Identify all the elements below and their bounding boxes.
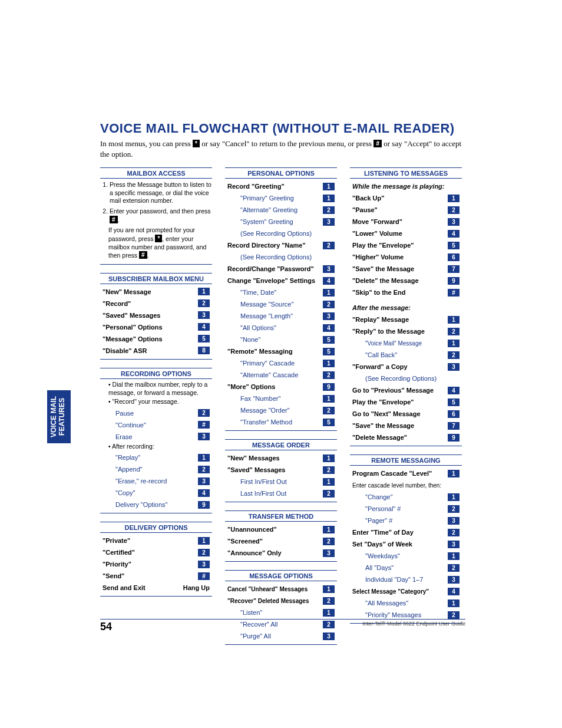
key-chip: 1 bbox=[448, 552, 459, 560]
after-lbl: After the message: bbox=[352, 304, 459, 311]
menu-row: "Message" Options5 bbox=[100, 333, 212, 345]
key-chip: 1 bbox=[448, 599, 459, 607]
menu-row: Go to "Next" Message6 bbox=[350, 408, 462, 420]
key-chip: 3 bbox=[448, 517, 459, 525]
menu-row: "Announce" Only3 bbox=[225, 547, 337, 559]
opt-label: Fax "Number" bbox=[240, 395, 323, 402]
key-chip: 2 bbox=[198, 549, 210, 556]
opt-label: "Purge" All bbox=[240, 633, 323, 640]
opt-label: "Save" the Message bbox=[352, 422, 448, 429]
menu-row: "Remote" Messaging5 bbox=[225, 345, 337, 357]
menu-row: "Save" the Message7 bbox=[350, 263, 462, 275]
key-chip: 1 bbox=[448, 470, 459, 477]
pound-key-icon: # bbox=[139, 251, 147, 259]
key-chip: 3 bbox=[323, 633, 335, 640]
key-chip: 3 bbox=[448, 218, 459, 226]
menu-row: "Replay"1 bbox=[100, 452, 212, 463]
exit-row: Send and ExitHang Up bbox=[100, 582, 212, 594]
column-2: PERSONAL OPTIONS Record "Greeting"1 "Pri… bbox=[225, 167, 337, 653]
key-chip: 1 bbox=[323, 195, 335, 202]
flowchart-columns: MAILBOX ACCESS Press the Message button … bbox=[100, 167, 465, 653]
mailbox-step-1: Press the Message button to listen to a … bbox=[110, 181, 212, 205]
opt-label: Message "Order" bbox=[240, 407, 323, 414]
note-c: . bbox=[147, 252, 149, 259]
msgopt-hdr: MESSAGE OPTIONS bbox=[225, 571, 337, 581]
order-hdr: MESSAGE ORDER bbox=[225, 440, 337, 450]
column-3: LISTENING TO MESSAGES While the message … bbox=[350, 167, 462, 653]
opt-label: "Higher" Volume bbox=[352, 253, 448, 261]
opt-label: "Forward" a Copy bbox=[352, 363, 448, 370]
opt-label: "Saved" Messages bbox=[227, 466, 323, 473]
delivery-hdr: DELIVERY OPTIONS bbox=[100, 522, 212, 533]
menu-row: "Save" the Message7 bbox=[350, 420, 462, 431]
key-chip: 2 bbox=[448, 328, 459, 335]
recording-options-box: RECORDING OPTIONS Dial the mailbox numbe… bbox=[100, 368, 212, 514]
opt-label: "Back Up" bbox=[352, 195, 448, 202]
opt-label: "New" Messages bbox=[227, 454, 323, 462]
key-chip: 2 bbox=[323, 538, 335, 545]
opt-label: Delivery "Options" bbox=[115, 501, 198, 508]
opt-label: "System" Greeting bbox=[240, 218, 323, 225]
menu-row: "New" Messages1 bbox=[225, 452, 337, 464]
opt-label: "Saved" Messages bbox=[103, 312, 198, 319]
menu-row: Enter "Time" of Day2 bbox=[350, 526, 462, 538]
see-note: (See Recording Options) bbox=[350, 373, 462, 384]
key-chip: 2 bbox=[323, 490, 335, 498]
menu-row: "Weekdays"1 bbox=[350, 550, 462, 562]
opt-label: Message "Length" bbox=[240, 312, 323, 319]
message-order-box: MESSAGE ORDER "New" Messages1 "Saved" Me… bbox=[225, 439, 337, 502]
menu-row: Fax "Number"1 bbox=[225, 393, 337, 404]
key-chip: 3 bbox=[198, 477, 210, 485]
menu-row: Change "Envelope" Settings4 bbox=[225, 275, 337, 286]
opt-label: "Personal" Options bbox=[103, 324, 198, 331]
side-tab: VOICE MAIL FEATURES bbox=[47, 390, 71, 443]
menu-row: "Private"1 bbox=[100, 535, 212, 546]
mailbox-note: If you are not prompted for your passwor… bbox=[100, 226, 212, 262]
recording-hdr: RECORDING OPTIONS bbox=[100, 368, 212, 379]
menu-row: "Erase," re-record3 bbox=[100, 475, 212, 487]
opt-label: "Append" bbox=[115, 466, 198, 473]
opt-label: "All Messages" bbox=[365, 599, 448, 607]
intro-paragraph: In most menus, you can press * or say "C… bbox=[100, 139, 465, 159]
menu-row: "Pager" #3 bbox=[350, 515, 462, 526]
personal-options-box: PERSONAL OPTIONS Record "Greeting"1 "Pri… bbox=[225, 167, 337, 431]
opt-label: Last In/First Out bbox=[240, 490, 323, 497]
key-chip: 1 bbox=[323, 478, 335, 486]
menu-row: Last In/First Out2 bbox=[225, 487, 337, 499]
key-chip: 3 bbox=[198, 433, 210, 440]
menu-row: "Higher" Volume6 bbox=[350, 251, 462, 263]
opt-label: "Transfer" Method bbox=[240, 419, 323, 426]
menu-row: "New" Message1 bbox=[100, 286, 212, 298]
menu-row: "Change"1 bbox=[350, 491, 462, 503]
menu-row: Record "Greeting"1 bbox=[225, 180, 337, 192]
footer-text: Inter-Tel® Model 8622 Endpoint User Guid… bbox=[362, 621, 465, 633]
pound-key-icon: # bbox=[110, 216, 118, 223]
menu-row: "None"5 bbox=[225, 334, 337, 345]
key-chip: 2 bbox=[448, 529, 459, 536]
menu-row: "More" Options9 bbox=[225, 381, 337, 393]
menu-row: "Time, Date"1 bbox=[225, 286, 337, 298]
menu-row: Select Message "Category"4 bbox=[350, 585, 462, 597]
menu-row: "Continue"# bbox=[100, 419, 212, 431]
key-chip: 5 bbox=[198, 335, 210, 342]
column-1: MAILBOX ACCESS Press the Message button … bbox=[100, 167, 212, 653]
menu-row: Set "Days" of Week3 bbox=[350, 538, 462, 550]
opt-label: All "Days" bbox=[365, 564, 448, 571]
key-chip: 2 bbox=[323, 206, 335, 214]
opt-label: "Record" bbox=[103, 300, 198, 307]
menu-row: "Saved" Messages2 bbox=[225, 464, 337, 476]
menu-row: "Pause"2 bbox=[350, 204, 462, 216]
listening-box: LISTENING TO MESSAGES While the message … bbox=[350, 167, 462, 446]
rec-after: After recording: bbox=[100, 443, 212, 452]
opt-label: "Priority" bbox=[103, 561, 198, 568]
menu-row: "Disable" ASR8 bbox=[100, 345, 212, 357]
menu-row: Move "Forward"3 bbox=[350, 216, 462, 228]
key-chip: 2 bbox=[323, 407, 335, 414]
key-chip: 2 bbox=[448, 505, 459, 513]
key-chip: 9 bbox=[448, 434, 459, 442]
menu-row: Individual "Day" 1–73 bbox=[350, 574, 462, 585]
see-label: (See Recording Options) bbox=[240, 230, 335, 237]
key-chip: 6 bbox=[448, 410, 459, 418]
key-chip: 1 bbox=[323, 395, 335, 403]
key-chip: 3 bbox=[323, 549, 335, 557]
